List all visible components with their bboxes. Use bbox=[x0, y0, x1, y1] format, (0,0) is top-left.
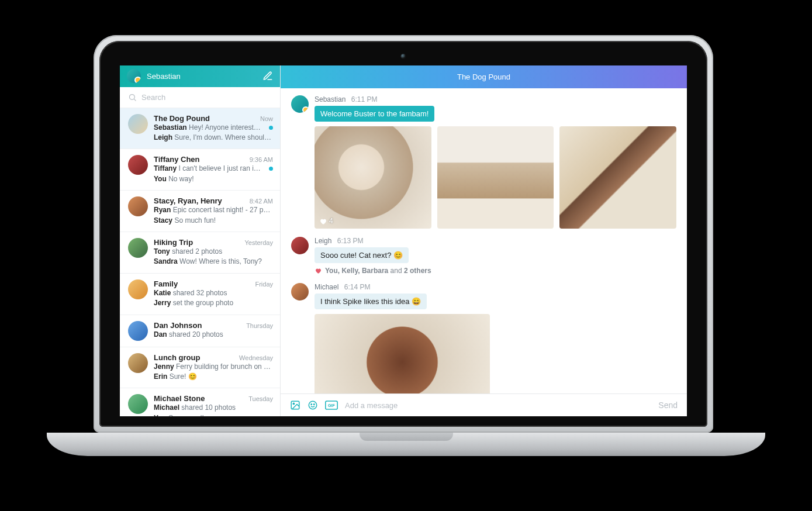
conversation-item[interactable]: Tiffany Chen 9:36 AM Tiffany I can't bel… bbox=[120, 149, 280, 190]
conversation-preview: You No way! bbox=[154, 174, 273, 184]
conversation-preview: Dan shared 20 photos bbox=[154, 330, 273, 340]
sender-avatar[interactable] bbox=[291, 283, 309, 301]
conversation-time: Friday bbox=[255, 281, 273, 288]
user-avatar[interactable] bbox=[127, 69, 141, 83]
conversation-time: 9:36 AM bbox=[250, 156, 273, 163]
messenger-app: Sebastian bbox=[120, 65, 687, 416]
gif-icon[interactable]: GIF bbox=[325, 400, 338, 410]
conversation-item[interactable]: Michael Stone Tuesday Michael shared 10 … bbox=[120, 388, 280, 416]
message: Sebastian 6:11 PM Welcome Buster to the … bbox=[291, 95, 676, 229]
compose-icon[interactable] bbox=[262, 71, 273, 81]
conversation-list: The Dog Pound Now Sebastian Hey! Anyone … bbox=[120, 108, 280, 416]
photo-gallery: 4 bbox=[315, 126, 676, 229]
user-name: Sebastian bbox=[147, 72, 181, 81]
conversation-preview: Michael shared 10 photos bbox=[154, 403, 273, 413]
conversation-title: Dan Johnson bbox=[154, 321, 202, 330]
unread-indicator bbox=[269, 126, 273, 130]
search-icon bbox=[128, 93, 137, 102]
sidebar: Sebastian bbox=[120, 65, 281, 416]
conversation-avatar bbox=[128, 394, 148, 414]
conversation-item[interactable]: Lunch group Wednesday Jenny Ferry buildi… bbox=[120, 347, 280, 388]
message-list: Sebastian 6:11 PM Welcome Buster to the … bbox=[281, 88, 687, 393]
message-meta: Sebastian 6:11 PM bbox=[315, 95, 676, 103]
photo-thumbnail[interactable]: 4 bbox=[315, 126, 431, 229]
conversation-item[interactable]: Dan Johnson Thursday Dan shared 20 photo… bbox=[120, 315, 280, 347]
message-time: 6:13 PM bbox=[337, 237, 364, 245]
send-button[interactable]: Send bbox=[658, 400, 678, 410]
svg-text:GIF: GIF bbox=[328, 403, 335, 408]
chat-title: The Dog Pound bbox=[457, 72, 510, 81]
search-bar[interactable] bbox=[120, 87, 280, 108]
conversation-preview: Leigh Sure, I'm down. Where should… bbox=[154, 133, 273, 143]
heart-icon bbox=[315, 267, 322, 274]
conversation-time: Now bbox=[260, 115, 273, 122]
conversation-item[interactable]: The Dog Pound Now Sebastian Hey! Anyone … bbox=[120, 108, 280, 149]
conversation-preview: Jerry set the group photo bbox=[154, 298, 273, 308]
conversation-title: Tiffany Chen bbox=[154, 155, 200, 164]
conversation-preview: You Super cool! bbox=[154, 413, 273, 416]
conversation-time: Thursday bbox=[246, 322, 273, 329]
conversation-time: Tuesday bbox=[248, 395, 273, 402]
conversation-title: Lunch group bbox=[154, 353, 200, 362]
conversation-avatar bbox=[128, 353, 148, 373]
conversation-avatar bbox=[128, 155, 148, 175]
conversation-time: Wednesday bbox=[239, 354, 273, 361]
conversation-title: Michael Stone bbox=[154, 394, 205, 403]
message: Michael 6:14 PM I think Spike likes this… bbox=[291, 283, 676, 393]
sidebar-header: Sebastian bbox=[120, 65, 280, 87]
heart-icon bbox=[319, 217, 327, 225]
message-meta: Michael 6:14 PM bbox=[315, 283, 676, 291]
message-bubble: Sooo cute! Cat next? 😊 bbox=[315, 247, 409, 263]
message-time: 6:14 PM bbox=[344, 283, 371, 291]
sender-name: Sebastian bbox=[315, 95, 345, 103]
conversation-avatar bbox=[128, 196, 148, 216]
conversation-item[interactable]: Hiking Trip Yesterday Tony shared 2 phot… bbox=[120, 232, 280, 273]
svg-line-1 bbox=[134, 99, 136, 101]
message-time: 6:11 PM bbox=[351, 95, 378, 103]
sender-name: Leigh bbox=[315, 237, 331, 245]
sender-avatar[interactable] bbox=[291, 237, 309, 254]
conversation-title: Stacy, Ryan, Henry bbox=[154, 196, 222, 205]
photo-thumbnail[interactable] bbox=[559, 126, 676, 229]
conversation-title: The Dog Pound bbox=[154, 114, 210, 123]
message-reactions[interactable]: You, Kelly, Barbara and 2 others bbox=[315, 267, 676, 275]
conversation-avatar bbox=[128, 279, 148, 299]
app-screen: Sebastian bbox=[120, 65, 687, 416]
svg-point-3 bbox=[293, 403, 294, 404]
svg-point-0 bbox=[130, 94, 135, 99]
conversation-preview: Erin Sure! 😊 bbox=[154, 372, 273, 382]
laptop-base bbox=[47, 433, 765, 456]
svg-point-5 bbox=[311, 404, 312, 405]
emoji-icon[interactable] bbox=[307, 400, 318, 410]
conversation-title: Hiking Trip bbox=[154, 238, 193, 247]
photo-thumbnail[interactable] bbox=[437, 126, 554, 229]
conversation-avatar bbox=[128, 238, 148, 258]
conversation-title: Family bbox=[154, 279, 178, 288]
like-count: 4 bbox=[329, 217, 333, 225]
laptop-frame: Sebastian bbox=[94, 35, 713, 433]
conversation-time: Yesterday bbox=[244, 239, 273, 246]
conversation-preview: Tony shared 2 photos bbox=[154, 247, 273, 257]
attach-image-icon[interactable] bbox=[290, 400, 300, 410]
message: Leigh 6:13 PM Sooo cute! Cat next? 😊 You… bbox=[291, 237, 676, 275]
svg-point-6 bbox=[314, 404, 315, 405]
reaction-names: You, Kelly, Barbara and 2 others bbox=[325, 267, 431, 275]
unread-indicator bbox=[269, 167, 273, 171]
like-badge: 4 bbox=[319, 217, 333, 225]
chat-header: The Dog Pound bbox=[281, 65, 687, 88]
conversation-preview: Sebastian Hey! Anyone interested in… bbox=[154, 123, 261, 133]
conversation-preview: Tiffany I can't believe I just ran into… bbox=[154, 164, 261, 174]
message-meta: Leigh 6:13 PM bbox=[315, 237, 676, 245]
sender-avatar[interactable] bbox=[291, 95, 309, 113]
conversation-item[interactable]: Stacy, Ryan, Henry 8:42 AM Ryan Epic con… bbox=[120, 190, 280, 232]
camera-dot bbox=[401, 54, 406, 59]
composer-input[interactable] bbox=[345, 401, 651, 410]
conversation-item[interactable]: Family Friday Katie shared 32 photos Jer… bbox=[120, 273, 280, 315]
svg-point-4 bbox=[309, 401, 317, 409]
laptop-bezel: Sebastian bbox=[99, 41, 707, 427]
conversation-avatar bbox=[128, 321, 148, 341]
photo-thumbnail[interactable] bbox=[315, 314, 490, 393]
message-bubble: Welcome Buster to the fambam! bbox=[315, 106, 434, 122]
search-input[interactable] bbox=[141, 93, 272, 102]
conversation-preview: Ryan Epic concert last night! - 27 photo… bbox=[154, 205, 273, 215]
